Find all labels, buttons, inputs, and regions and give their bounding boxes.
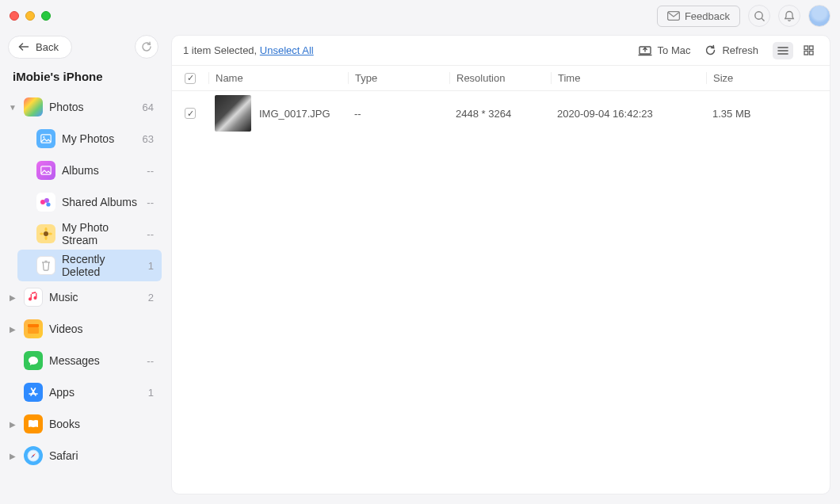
svg-rect-31 (809, 52, 813, 55)
sidebar-item-count: 1 (148, 387, 154, 399)
svg-rect-4 (41, 135, 51, 143)
chevron-right-icon: ▶ (8, 293, 17, 302)
svg-point-8 (44, 198, 49, 203)
svg-point-9 (46, 202, 50, 206)
sunflower-icon (36, 224, 55, 243)
music-note-icon (24, 288, 43, 307)
sidebar-refresh-button[interactable] (135, 35, 158, 59)
sidebar-item-label: Safari (49, 449, 147, 462)
arrow-left-icon (18, 43, 29, 51)
select-all-checkbox[interactable] (185, 73, 196, 84)
titlebar: Feedback (0, 0, 840, 32)
sidebar-item-count: 1 (148, 260, 154, 272)
sidebar-item-my-photos[interactable]: My Photos 63 (17, 123, 162, 155)
sidebar-item-messages[interactable]: Messages -- (5, 345, 162, 376)
sidebar-item-label: My Photo Stream (62, 221, 140, 246)
sidebar-item-albums[interactable]: Albums -- (17, 155, 162, 186)
sidebar-item-count: -- (147, 228, 154, 240)
cell-type: -- (348, 108, 449, 120)
photos-icon (24, 97, 43, 116)
svg-rect-15 (28, 327, 39, 334)
trash-icon (36, 256, 55, 275)
sidebar-item-count: -- (147, 165, 154, 177)
chat-bubble-icon (24, 351, 43, 370)
sidebar-item-label: My Photos (62, 132, 136, 145)
sidebar: Back iMobie's iPhone ▼ Photos 64 (0, 32, 166, 504)
export-icon (638, 45, 652, 56)
table-row[interactable]: IMG_0017.JPG -- 2448 * 3264 2020-09-04 1… (172, 91, 830, 136)
sidebar-item-safari[interactable]: ▶ Safari (5, 440, 162, 472)
search-button[interactable] (748, 5, 770, 27)
sidebar-item-label: Photos (49, 101, 136, 113)
traffic-lights (10, 11, 51, 21)
svg-line-2 (762, 18, 764, 21)
table-header: Name Type Resolution Time Size (172, 66, 830, 91)
sidebar-item-count: -- (147, 197, 154, 208)
refresh-icon (704, 44, 716, 56)
sidebar-item-label: Apps (49, 386, 142, 399)
sidebar-item-count: 64 (143, 101, 154, 113)
device-title: iMobie's iPhone (5, 65, 162, 91)
row-checkbox[interactable] (185, 108, 196, 119)
window-close-button[interactable] (10, 11, 19, 21)
safari-icon (24, 446, 43, 465)
image-icon (36, 129, 55, 148)
feedback-button[interactable]: Feedback (657, 6, 740, 27)
column-header-resolution[interactable]: Resolution (449, 72, 551, 84)
list-icon (777, 46, 788, 55)
unselect-all-link[interactable]: Unselect All (260, 44, 314, 56)
sidebar-item-photo-stream[interactable]: My Photo Stream -- (17, 218, 162, 250)
svg-point-10 (44, 231, 48, 236)
cell-size: 1.35 MB (706, 108, 830, 120)
sidebar-item-photos[interactable]: ▼ Photos 64 (5, 91, 162, 123)
sidebar-item-recently-deleted[interactable]: Recently Deleted 1 (17, 250, 162, 281)
list-view-button[interactable] (773, 42, 793, 59)
mail-icon (667, 11, 680, 21)
view-toggle (773, 42, 819, 59)
appstore-icon (24, 383, 43, 402)
shared-icon (36, 193, 55, 212)
chevron-right-icon: ▶ (8, 325, 17, 334)
svg-rect-29 (809, 46, 813, 50)
refresh-button[interactable]: Refresh (704, 44, 758, 56)
column-header-time[interactable]: Time (551, 72, 706, 84)
svg-point-13 (40, 232, 44, 235)
feedback-label: Feedback (685, 10, 730, 22)
cell-name: IMG_0017.JPG (259, 108, 330, 120)
back-label: Back (36, 41, 59, 53)
user-avatar[interactable] (808, 5, 830, 27)
column-header-name[interactable]: Name (208, 72, 348, 84)
chevron-down-icon: ▼ (8, 103, 17, 112)
sidebar-item-count: -- (147, 355, 154, 367)
sidebar-item-music[interactable]: ▶ Music 2 (5, 281, 162, 313)
cell-time: 2020-09-04 16:42:23 (551, 108, 706, 120)
svg-rect-28 (804, 46, 808, 50)
refresh-icon (141, 41, 152, 52)
refresh-label: Refresh (722, 44, 758, 56)
sidebar-item-label: Recently Deleted (62, 253, 142, 278)
svg-rect-6 (41, 166, 51, 174)
sidebar-item-videos[interactable]: ▶ Videos (5, 313, 162, 345)
grid-view-button[interactable] (798, 42, 819, 59)
sidebar-item-count: 63 (143, 133, 154, 145)
sidebar-item-books[interactable]: ▶ Books (5, 408, 162, 440)
back-button[interactable]: Back (8, 36, 72, 59)
sidebar-item-shared-albums[interactable]: Shared Albums -- (17, 186, 162, 218)
clapper-icon (24, 319, 43, 338)
to-mac-button[interactable]: To Mac (638, 44, 691, 56)
thumbnail (215, 95, 251, 132)
sidebar-item-label: Messages (49, 354, 140, 367)
cell-resolution: 2448 * 3264 (449, 108, 551, 120)
sidebar-item-apps[interactable]: Apps 1 (5, 376, 162, 408)
svg-point-14 (48, 232, 52, 235)
svg-rect-30 (804, 52, 808, 55)
notifications-button[interactable] (778, 5, 800, 27)
column-header-size[interactable]: Size (706, 72, 830, 84)
column-header-type[interactable]: Type (348, 72, 449, 84)
titlebar-right: Feedback (657, 5, 830, 27)
selection-count-text: 1 item Selected, (183, 44, 260, 56)
window-minimize-button[interactable] (25, 11, 35, 21)
bell-icon (784, 10, 795, 22)
to-mac-label: To Mac (658, 44, 691, 56)
window-maximize-button[interactable] (41, 11, 51, 21)
